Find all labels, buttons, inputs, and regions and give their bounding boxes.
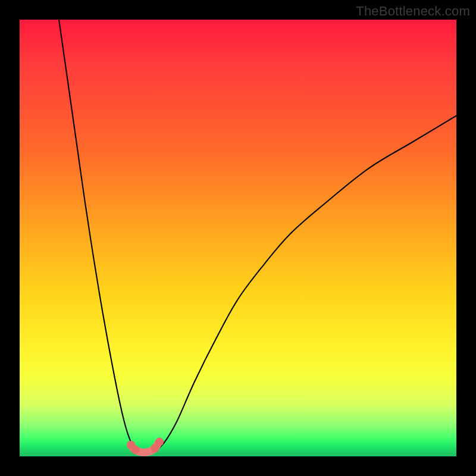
- right-ascending-curve: [155, 115, 456, 450]
- curve-layer: [20, 20, 456, 456]
- valley-dot: [155, 438, 164, 446]
- plot-area: [20, 20, 456, 456]
- watermark-text: TheBottleneck.com: [356, 4, 470, 19]
- left-descending-curve: [59, 20, 137, 450]
- valley-dot: [131, 446, 139, 454]
- chart-frame: TheBottleneck.com: [0, 0, 476, 476]
